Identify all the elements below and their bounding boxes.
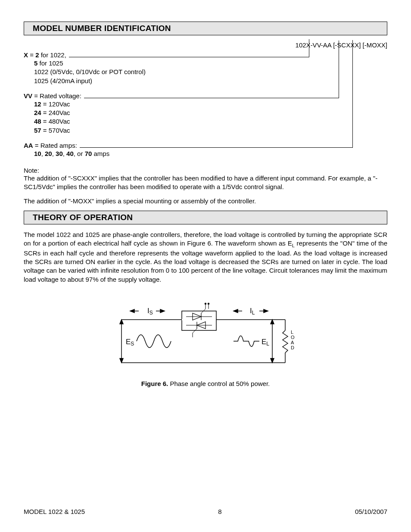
figure-caption: Figure 6. Phase angle control at 50% pow… — [24, 380, 387, 387]
phase-angle-diagram: IS IL ES EL L O A D — [113, 296, 298, 371]
x-label: X = 2 for 1022, — [24, 51, 66, 59]
svg-point-24 — [208, 303, 209, 304]
model-number-format: 102X-VV-AA [-SCXXX] [-MOXX] — [24, 41, 387, 49]
label-load-d: D — [291, 345, 294, 350]
svg-marker-3 — [120, 320, 123, 324]
vv-label: VV = Rated voltage: — [24, 92, 81, 100]
page-footer: MODEL 1022 & 1025 8 05/10/2007 — [24, 508, 387, 515]
vv-48: 48 = 480Vac — [34, 117, 387, 126]
x-sub1: 5 for 1025 — [34, 59, 387, 68]
leader-line — [80, 147, 353, 148]
leader-line — [69, 57, 309, 57]
svg-marker-11 — [160, 309, 165, 313]
aa-values: 10, 20, 30, 40, or 70 amps — [34, 149, 387, 158]
breakdown-aa: AA = Rated amps: 10, 20, 30, 40, or 70 a… — [24, 142, 387, 158]
note-label: Note: — [24, 167, 387, 174]
svg-marker-6 — [271, 320, 274, 324]
vv-12: 12 = 120Vac — [34, 100, 387, 109]
footer-model: MODEL 1022 & 1025 — [24, 508, 85, 515]
label-il: IL — [250, 307, 255, 316]
label-load-o: O — [291, 335, 295, 340]
x-sub3: 1025 (4/20mA input) — [34, 77, 387, 85]
model-breakdown: X = 2 for 1022, 5 for 1025 1022 (0/5Vdc,… — [24, 51, 387, 158]
label-load-l: L — [291, 330, 293, 335]
svg-marker-4 — [120, 358, 123, 363]
label-el: EL — [262, 338, 269, 347]
svg-marker-7 — [271, 358, 274, 363]
vv-57: 57 = 570Vac — [34, 126, 387, 135]
vv-24: 24 = 240Vac — [34, 109, 387, 117]
label-load-a: A — [291, 340, 294, 345]
section-title: THEORY OF OPERATION — [33, 213, 383, 222]
theory-paragraph: The model 1022 and 1025 are phase-angle … — [24, 230, 387, 284]
leader-line — [84, 98, 339, 98]
label-is: IS — [147, 307, 153, 316]
svg-marker-15 — [264, 309, 268, 313]
footer-page-number: 8 — [218, 508, 221, 515]
footer-date: 05/10/2007 — [355, 508, 387, 515]
section-title: MODEL NUMBER IDENTIFICATION — [33, 24, 383, 33]
section-header-model-id: MODEL NUMBER IDENTIFICATION — [24, 22, 387, 35]
x-sub2: 1022 (0/5Vdc, 0/10Vdc or POT control) — [34, 68, 387, 76]
svg-rect-16 — [182, 311, 216, 330]
figure-6: IS IL ES EL L O A D — [24, 296, 387, 371]
note-paragraph-2: The addition of "-MOXX" implies a specia… — [24, 197, 387, 205]
note-paragraph-1: The addition of "-SCXXX" implies that th… — [24, 174, 387, 192]
breakdown-x: X = 2 for 1022, 5 for 1025 1022 (0/5Vdc,… — [24, 51, 387, 85]
aa-label: AA = Rated amps: — [24, 142, 77, 149]
label-es: ES — [126, 338, 134, 347]
svg-point-22 — [205, 303, 206, 304]
svg-marker-9 — [130, 309, 134, 313]
breakdown-vv: VV = Rated voltage: 12 = 120Vac 24 = 240… — [24, 92, 387, 135]
svg-marker-13 — [234, 309, 238, 313]
section-header-theory: THEORY OF OPERATION — [24, 211, 387, 224]
